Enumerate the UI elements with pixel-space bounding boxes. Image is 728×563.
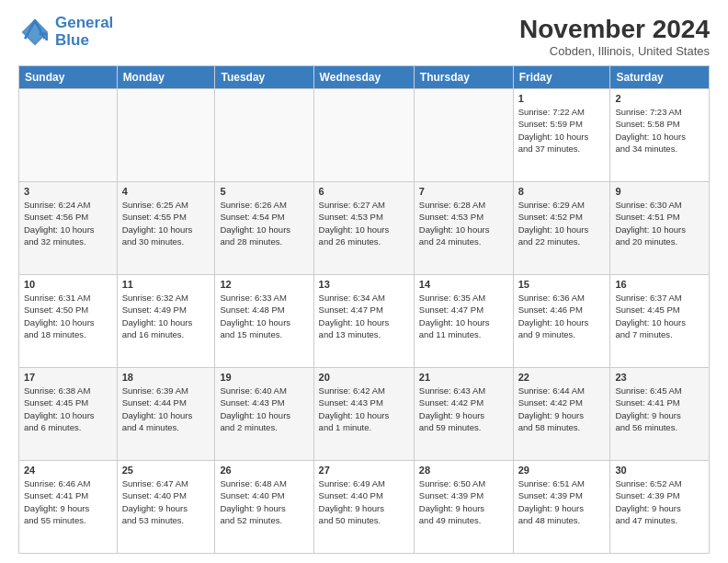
day-cell: 13Sunrise: 6:34 AM Sunset: 4:47 PM Dayli… [313,275,414,368]
day-number: 10 [24,279,112,290]
logo-text-block: General Blue [55,15,113,49]
day-cell: 29Sunrise: 6:51 AM Sunset: 4:39 PM Dayli… [513,461,610,554]
day-cell: 14Sunrise: 6:35 AM Sunset: 4:47 PM Dayli… [414,275,513,368]
week-row-2: 10Sunrise: 6:31 AM Sunset: 4:50 PM Dayli… [19,275,710,368]
day-cell [117,89,215,182]
day-cell: 22Sunrise: 6:44 AM Sunset: 4:42 PM Dayli… [513,368,610,461]
day-number: 25 [122,465,210,476]
day-cell: 25Sunrise: 6:47 AM Sunset: 4:40 PM Dayli… [117,461,215,554]
day-number: 12 [220,279,308,290]
day-detail: Sunrise: 6:37 AM Sunset: 4:45 PM Dayligh… [615,292,704,340]
day-number: 8 [518,186,606,197]
day-detail: Sunrise: 6:30 AM Sunset: 4:51 PM Dayligh… [615,199,704,247]
col-header-thursday: Thursday [414,66,513,89]
day-detail: Sunrise: 6:44 AM Sunset: 4:42 PM Dayligh… [518,385,606,433]
day-detail: Sunrise: 6:26 AM Sunset: 4:54 PM Dayligh… [220,199,308,247]
day-cell [19,89,118,182]
day-cell: 5Sunrise: 6:26 AM Sunset: 4:54 PM Daylig… [215,182,313,275]
day-detail: Sunrise: 6:33 AM Sunset: 4:48 PM Dayligh… [220,292,308,340]
day-detail: Sunrise: 6:45 AM Sunset: 4:41 PM Dayligh… [615,385,704,433]
day-detail: Sunrise: 6:50 AM Sunset: 4:39 PM Dayligh… [419,477,508,526]
day-cell: 20Sunrise: 6:42 AM Sunset: 4:43 PM Dayli… [313,368,414,461]
day-number: 21 [419,372,508,383]
logo: General Blue [18,15,113,49]
week-row-1: 3Sunrise: 6:24 AM Sunset: 4:56 PM Daylig… [19,182,710,275]
day-number: 28 [419,465,508,476]
day-number: 13 [319,279,409,290]
day-cell: 6Sunrise: 6:27 AM Sunset: 4:53 PM Daylig… [313,182,414,275]
day-detail: Sunrise: 6:27 AM Sunset: 4:53 PM Dayligh… [319,199,409,247]
main-title: November 2024 [519,15,710,44]
day-cell [313,89,414,182]
day-detail: Sunrise: 6:42 AM Sunset: 4:43 PM Dayligh… [319,385,409,433]
day-cell [215,89,313,182]
day-detail: Sunrise: 6:43 AM Sunset: 4:42 PM Dayligh… [419,385,508,433]
day-cell: 24Sunrise: 6:46 AM Sunset: 4:41 PM Dayli… [19,461,118,554]
day-cell: 21Sunrise: 6:43 AM Sunset: 4:42 PM Dayli… [414,368,513,461]
day-detail: Sunrise: 6:39 AM Sunset: 4:44 PM Dayligh… [122,385,210,433]
col-header-tuesday: Tuesday [215,66,313,89]
page: General Blue November 2024 Cobden, Illin… [0,0,728,563]
title-block: November 2024 Cobden, Illinois, United S… [519,15,710,58]
header: General Blue November 2024 Cobden, Illin… [18,15,710,58]
day-detail: Sunrise: 7:22 AM Sunset: 5:59 PM Dayligh… [518,106,606,155]
col-header-saturday: Saturday [610,66,710,89]
day-cell: 9Sunrise: 6:30 AM Sunset: 4:51 PM Daylig… [610,182,710,275]
day-cell: 2Sunrise: 7:23 AM Sunset: 5:58 PM Daylig… [610,89,710,182]
day-cell: 16Sunrise: 6:37 AM Sunset: 4:45 PM Dayli… [610,275,710,368]
day-number: 9 [615,186,704,197]
day-cell: 28Sunrise: 6:50 AM Sunset: 4:39 PM Dayli… [414,461,513,554]
day-cell: 8Sunrise: 6:29 AM Sunset: 4:52 PM Daylig… [513,182,610,275]
day-detail: Sunrise: 6:36 AM Sunset: 4:46 PM Dayligh… [518,292,606,340]
day-cell: 1Sunrise: 7:22 AM Sunset: 5:59 PM Daylig… [513,89,610,182]
col-header-wednesday: Wednesday [313,66,414,89]
day-detail: Sunrise: 6:25 AM Sunset: 4:55 PM Dayligh… [122,199,210,247]
day-detail: Sunrise: 6:32 AM Sunset: 4:49 PM Dayligh… [122,292,210,340]
day-number: 7 [419,186,508,197]
calendar-header-row: SundayMondayTuesdayWednesdayThursdayFrid… [19,66,710,89]
day-detail: Sunrise: 6:51 AM Sunset: 4:39 PM Dayligh… [518,477,606,526]
day-detail: Sunrise: 6:29 AM Sunset: 4:52 PM Dayligh… [518,199,606,247]
subtitle: Cobden, Illinois, United States [519,44,710,58]
day-number: 11 [122,279,210,290]
day-number: 15 [518,279,606,290]
day-detail: Sunrise: 6:24 AM Sunset: 4:56 PM Dayligh… [24,199,112,247]
day-detail: Sunrise: 6:46 AM Sunset: 4:41 PM Dayligh… [24,477,112,526]
day-number: 29 [518,465,606,476]
day-cell: 11Sunrise: 6:32 AM Sunset: 4:49 PM Dayli… [117,275,215,368]
day-detail: Sunrise: 6:31 AM Sunset: 4:50 PM Dayligh… [24,292,112,340]
day-number: 22 [518,372,606,383]
day-number: 26 [220,465,308,476]
day-cell: 30Sunrise: 6:52 AM Sunset: 4:39 PM Dayli… [610,461,710,554]
day-number: 4 [122,186,210,197]
calendar-table: SundayMondayTuesdayWednesdayThursdayFrid… [18,65,710,554]
day-detail: Sunrise: 6:49 AM Sunset: 4:40 PM Dayligh… [319,477,409,526]
day-cell: 10Sunrise: 6:31 AM Sunset: 4:50 PM Dayli… [19,275,118,368]
day-cell: 23Sunrise: 6:45 AM Sunset: 4:41 PM Dayli… [610,368,710,461]
day-cell: 15Sunrise: 6:36 AM Sunset: 4:46 PM Dayli… [513,275,610,368]
logo-icon [18,16,51,49]
day-detail: Sunrise: 6:40 AM Sunset: 4:43 PM Dayligh… [220,385,308,433]
col-header-sunday: Sunday [19,66,118,89]
day-cell: 3Sunrise: 6:24 AM Sunset: 4:56 PM Daylig… [19,182,118,275]
logo-blue-text: Blue [55,31,89,49]
day-number: 27 [319,465,409,476]
day-cell: 18Sunrise: 6:39 AM Sunset: 4:44 PM Dayli… [117,368,215,461]
col-header-monday: Monday [117,66,215,89]
day-number: 3 [24,186,112,197]
day-number: 1 [518,93,606,104]
day-detail: Sunrise: 7:23 AM Sunset: 5:58 PM Dayligh… [615,106,704,155]
day-number: 2 [615,93,704,104]
day-cell: 7Sunrise: 6:28 AM Sunset: 4:53 PM Daylig… [414,182,513,275]
day-number: 5 [220,186,308,197]
day-number: 19 [220,372,308,383]
day-detail: Sunrise: 6:34 AM Sunset: 4:47 PM Dayligh… [319,292,409,340]
day-cell: 19Sunrise: 6:40 AM Sunset: 4:43 PM Dayli… [215,368,313,461]
day-number: 18 [122,372,210,383]
day-cell: 17Sunrise: 6:38 AM Sunset: 4:45 PM Dayli… [19,368,118,461]
col-header-friday: Friday [513,66,610,89]
day-number: 6 [319,186,409,197]
day-cell: 4Sunrise: 6:25 AM Sunset: 4:55 PM Daylig… [117,182,215,275]
week-row-4: 24Sunrise: 6:46 AM Sunset: 4:41 PM Dayli… [19,461,710,554]
day-detail: Sunrise: 6:28 AM Sunset: 4:53 PM Dayligh… [419,199,508,247]
